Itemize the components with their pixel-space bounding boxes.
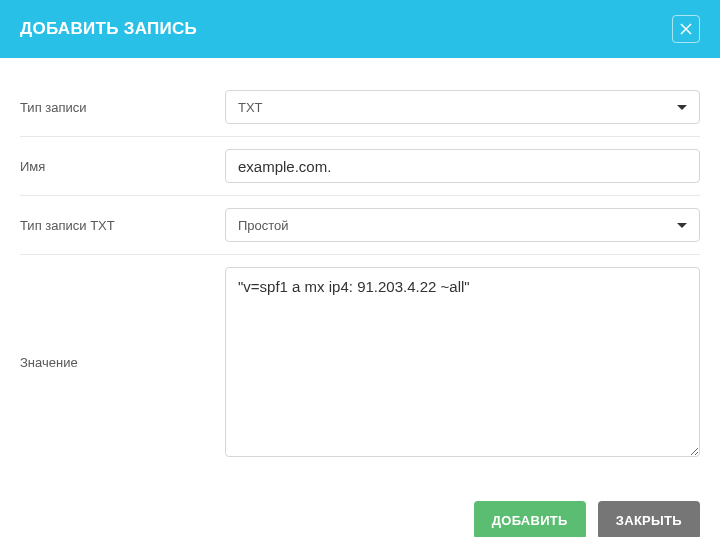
row-record-type: Тип записи TXT — [20, 78, 700, 137]
row-name: Имя — [20, 137, 700, 196]
modal-header: ДОБАВИТЬ ЗАПИСЬ — [0, 0, 720, 58]
modal-title: ДОБАВИТЬ ЗАПИСЬ — [20, 19, 197, 39]
close-button[interactable] — [672, 15, 700, 43]
select-record-type[interactable]: TXT — [225, 90, 700, 124]
close-icon — [679, 22, 693, 36]
row-txt-type: Тип записи TXT Простой — [20, 196, 700, 255]
add-record-modal: ДОБАВИТЬ ЗАПИСЬ Тип записи TXT Имя — [0, 0, 720, 537]
submit-button[interactable]: ДОБАВИТЬ — [474, 501, 586, 537]
close-footer-button[interactable]: ЗАКРЫТЬ — [598, 501, 700, 537]
row-value: Значение — [20, 255, 700, 473]
input-name[interactable] — [225, 149, 700, 183]
select-txt-type-value: Простой — [238, 218, 289, 233]
label-value: Значение — [20, 267, 225, 370]
modal-footer: ДОБАВИТЬ ЗАКРЫТЬ — [0, 473, 720, 537]
select-txt-type[interactable]: Простой — [225, 208, 700, 242]
select-record-type-value: TXT — [238, 100, 263, 115]
label-name: Имя — [20, 159, 225, 174]
label-txt-type: Тип записи TXT — [20, 218, 225, 233]
modal-body: Тип записи TXT Имя Тип записи TXT Просто… — [0, 58, 720, 473]
textarea-value[interactable] — [225, 267, 700, 457]
label-record-type: Тип записи — [20, 100, 225, 115]
